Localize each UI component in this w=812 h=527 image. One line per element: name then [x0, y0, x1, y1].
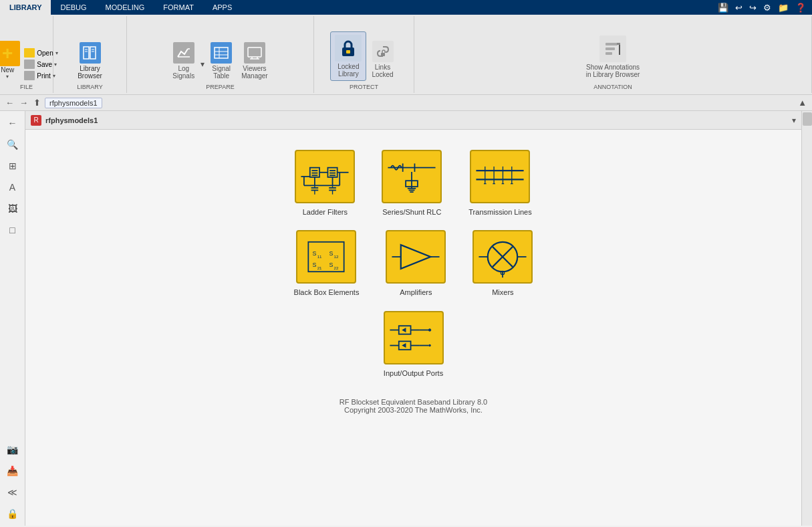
prepare-expand-arrow[interactable]: ▾ [200, 60, 205, 69]
sidebar-lock[interactable]: 🔒 [3, 504, 22, 523]
new-button[interactable]: + New ▾ [0, 39, 21, 81]
block-transmission-lines[interactable]: Transmission Lines [468, 150, 531, 217]
block-icon-black-box-elements: S 11 S 12 S 21 S 22 [296, 230, 356, 284]
links-locked-label: LinksLocked [372, 64, 393, 78]
block-label-black-box-elements: Black Box Elements [294, 288, 360, 297]
show-annotations-label: Show Annotationsin Library Browser [586, 64, 640, 78]
protect-group-label: PROTECT [350, 84, 378, 90]
nav-scroll-up[interactable]: ▲ [797, 98, 808, 108]
menu-tab-debug[interactable]: DEBUG [51, 0, 96, 15]
svg-text:22: 22 [334, 266, 339, 270]
settings-icon-btn[interactable]: ⚙ [761, 2, 773, 13]
sidebar-expand[interactable]: ≪ [3, 483, 22, 502]
show-annotations-button[interactable]: Show Annotationsin Library Browser [579, 33, 647, 81]
svg-rect-8 [215, 47, 228, 58]
log-signals-label: LogSignals [172, 65, 194, 80]
footer: RF Blockset Equivalent Baseband Library … [340, 398, 487, 427]
block-icon-transmission-lines [470, 150, 530, 203]
links-locked-button[interactable]: LinksLocked [368, 38, 397, 81]
print-icon [24, 71, 35, 80]
undo-icon-btn[interactable]: ↩ [733, 2, 745, 13]
links-locked-icon [372, 41, 394, 62]
block-label-mixers: Mixers [492, 288, 513, 297]
svg-text:11: 11 [317, 254, 322, 259]
locked-library-icon [335, 35, 362, 62]
svg-text:S: S [329, 261, 333, 268]
library-browser-icon [80, 42, 101, 64]
library-browser-button[interactable]: LibraryBrowser [75, 41, 105, 81]
svg-text:S: S [313, 261, 317, 268]
annotation-group-label: ANNOTATION [593, 84, 632, 90]
svg-text:21: 21 [317, 266, 322, 270]
svg-rect-23 [617, 43, 620, 45]
svg-point-97 [428, 344, 431, 346]
sidebar-font[interactable]: A [3, 178, 22, 197]
signal-table-label: SignalTable [212, 65, 231, 80]
viewers-manager-icon [244, 42, 265, 64]
new-icon: + [0, 41, 20, 66]
save-icon-btn[interactable]: 💾 [716, 2, 730, 13]
svg-rect-1 [90, 47, 96, 59]
folder-icon-btn[interactable]: 📁 [776, 2, 791, 13]
prepare-group-content: LogSignals ▾ SignalTable [168, 19, 271, 81]
locked-library-button[interactable]: LockedLibrary [330, 31, 366, 81]
svg-rect-12 [248, 47, 261, 57]
sidebar-block[interactable]: □ [3, 221, 22, 239]
library-header-title: rfphysmodels1 [45, 116, 98, 124]
block-ladder-filters[interactable]: Ladder Filters [295, 150, 355, 217]
sidebar-fit[interactable]: ⊞ [3, 156, 22, 175]
nav-back-button[interactable]: ← [4, 98, 15, 108]
redo-icon-btn[interactable]: ↪ [747, 2, 759, 13]
library-header: R rfphysmodels1 ▾ [25, 111, 801, 130]
library-group: LibraryBrowser LIBRARY [53, 16, 127, 93]
help-icon-btn[interactable]: ❓ [793, 2, 808, 13]
svg-rect-21 [605, 52, 612, 55]
svg-rect-19 [605, 43, 618, 45]
block-label-amplifiers: Amplifiers [400, 288, 432, 297]
right-sidebar[interactable] [801, 111, 812, 526]
save-icon [24, 60, 35, 69]
sidebar-nav-back[interactable]: ← [3, 114, 22, 132]
signal-table-icon [211, 42, 232, 64]
menu-tab-modeling[interactable]: MODELING [96, 0, 154, 15]
block-icon-series-shunt-rlc [382, 150, 442, 203]
svg-text:12: 12 [334, 254, 339, 259]
nav-right: ▲ [797, 98, 808, 108]
svg-text:S: S [313, 251, 317, 257]
nav-up-button[interactable]: ⬆ [32, 98, 42, 108]
block-mixers[interactable]: Mixers [472, 230, 533, 297]
library-group-label: LIBRARY [77, 84, 102, 90]
block-label-series-shunt-rlc: Series/Shunt RLC [382, 207, 441, 217]
nav-forward-button[interactable]: → [18, 98, 29, 108]
block-amplifiers[interactable]: Amplifiers [386, 230, 446, 297]
footer-line1: RF Blockset Equivalent Baseband Library … [340, 398, 487, 406]
sidebar-camera[interactable]: 📷 [3, 440, 22, 459]
svg-rect-18 [381, 53, 385, 56]
scrollbar-thumb[interactable] [803, 112, 812, 126]
annotation-group: Show Annotationsin Library Browser ANNOT… [414, 16, 812, 93]
menu-tab-library[interactable]: LIBRARY [0, 0, 51, 15]
signal-table-button[interactable]: SignalTable [207, 41, 236, 81]
show-annotations-icon [599, 35, 626, 62]
sidebar-import[interactable]: 📥 [3, 461, 22, 480]
block-io-ports[interactable]: Input/Output Ports [384, 311, 444, 378]
block-icon-io-ports [384, 311, 444, 364]
block-black-box-elements[interactable]: S 11 S 12 S 21 S 22 Black Box Elements [294, 230, 360, 297]
viewers-manager-button[interactable]: ViewersManager [237, 41, 271, 81]
library-group-content: LibraryBrowser [75, 19, 105, 81]
log-signals-button[interactable]: LogSignals [168, 41, 198, 81]
breadcrumb: rfphysmodels1 [45, 98, 102, 108]
library-header-dropdown[interactable]: ▾ [792, 116, 796, 125]
viewers-manager-label: ViewersManager [241, 65, 267, 80]
sidebar-search[interactable]: 🔍 [3, 135, 22, 154]
protect-group-content: LockedLibrary LinksLocked [330, 19, 397, 81]
menu-tab-format[interactable]: FORMAT [154, 0, 203, 15]
block-series-shunt-rlc[interactable]: Series/Shunt RLC [382, 150, 442, 217]
blocks-row-2: S 11 S 12 S 21 S 22 Black Box Elements [294, 230, 533, 297]
prepare-group-label: PREPARE [206, 84, 234, 90]
menu-tab-apps[interactable]: APPS [203, 0, 241, 15]
protect-group: LockedLibrary LinksLocked PROTECT [314, 16, 414, 93]
sidebar-image[interactable]: 🖼 [3, 199, 22, 218]
blocks-grid: Ladder Filters [25, 130, 801, 526]
log-signals-icon [173, 42, 194, 64]
